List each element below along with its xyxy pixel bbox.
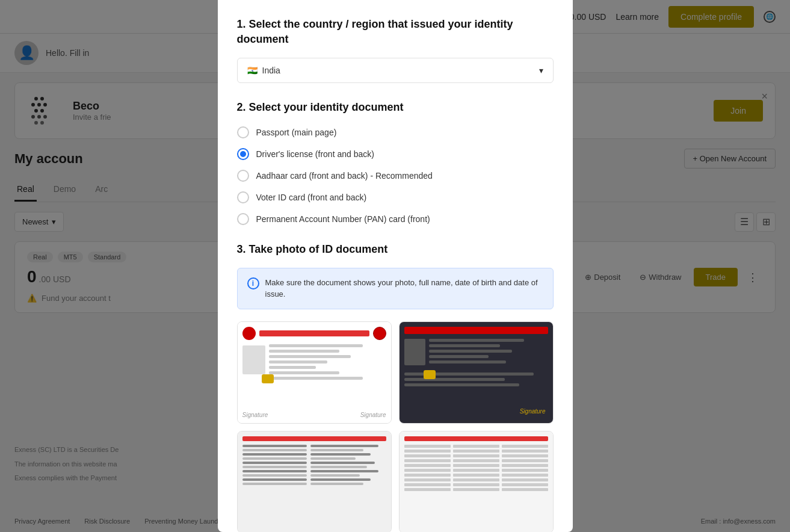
- dl-chip: [262, 374, 274, 383]
- info-icon: i: [247, 277, 259, 289]
- step1-title: 1. Select the country / region that issu…: [237, 17, 554, 47]
- doc-voter-id-label: Voter ID card (front and back): [256, 193, 367, 202]
- india-flag: 🇮🇳: [247, 66, 258, 75]
- country-select[interactable]: 🇮🇳 India ▾: [237, 58, 554, 83]
- doc-drivers-license[interactable]: Driver's license (front and back): [237, 148, 554, 160]
- dl-sig-left: Signature: [242, 412, 268, 418]
- step2-title: 2. Select your identity document: [237, 100, 554, 115]
- radio-aadhaar: [237, 170, 249, 182]
- dl-back-chip: [424, 370, 436, 379]
- doc-pan-label: Permanent Account Number (PAN) card (fro…: [256, 214, 430, 224]
- info-box: i Make sure the document shows your phot…: [237, 268, 554, 309]
- dl-back-photo: [404, 339, 425, 365]
- id-image-back[interactable]: Signature: [399, 321, 554, 424]
- id-image-front[interactable]: Signature Signature: [237, 321, 392, 424]
- dlbb-table: [404, 445, 548, 491]
- dl-back-fields: [429, 339, 548, 365]
- chevron-down-icon: ▾: [539, 66, 543, 75]
- id-images-grid: Signature Signature: [237, 321, 554, 532]
- id-image-bottom-back[interactable]: [399, 431, 554, 532]
- dlbb-header: [404, 436, 548, 441]
- dl-sig-area: Signature Signature: [242, 409, 386, 418]
- dl-photo: [242, 345, 265, 374]
- dlbf-header: [242, 436, 386, 441]
- info-text: Make sure the document shows your photo,…: [265, 277, 543, 300]
- country-name: India: [262, 66, 280, 75]
- dl-bottom-back-preview: [400, 431, 553, 532]
- doc-pan[interactable]: Permanent Account Number (PAN) card (fro…: [237, 213, 554, 225]
- dl-fields: [269, 344, 386, 405]
- dl-bottom-front-preview: [238, 431, 391, 532]
- dl-title-bar: [259, 330, 369, 336]
- doc-passport[interactable]: Passport (main page): [237, 126, 554, 138]
- dl-back-header: [404, 327, 548, 334]
- doc-aadhaar[interactable]: Aadhaar card (front and back) - Recommen…: [237, 170, 554, 182]
- radio-drivers-license: [237, 148, 249, 160]
- dl-back-preview: Signature: [400, 322, 553, 423]
- radio-passport: [237, 126, 249, 138]
- country-flag-text: 🇮🇳 India: [247, 66, 280, 75]
- radio-voter-id: [237, 191, 249, 203]
- overlay-backdrop: 1. Select the country / region that issu…: [0, 0, 790, 532]
- doc-drivers-license-label: Driver's license (front and back): [256, 149, 374, 159]
- dl-emblem-right: [373, 327, 386, 340]
- dlbf-cols: [242, 445, 386, 523]
- step3-title: 3. Take photo of ID document: [237, 242, 554, 257]
- doc-aadhaar-label: Aadhaar card (front and back) - Recommen…: [256, 171, 433, 181]
- doc-voter-id[interactable]: Voter ID card (front and back): [237, 191, 554, 203]
- radio-pan: [237, 213, 249, 225]
- dl-emblem-left: [242, 327, 256, 340]
- dl-back-row: [404, 339, 548, 365]
- dl-front-preview: Signature Signature: [238, 322, 391, 423]
- doc-passport-label: Passport (main page): [256, 128, 337, 137]
- dl-sig-right: Signature: [360, 412, 386, 418]
- id-image-bottom-front[interactable]: [237, 431, 392, 532]
- document-radio-group: Passport (main page) Driver's license (f…: [237, 126, 554, 225]
- modal-dialog: 1. Select the country / region that issu…: [218, 0, 573, 532]
